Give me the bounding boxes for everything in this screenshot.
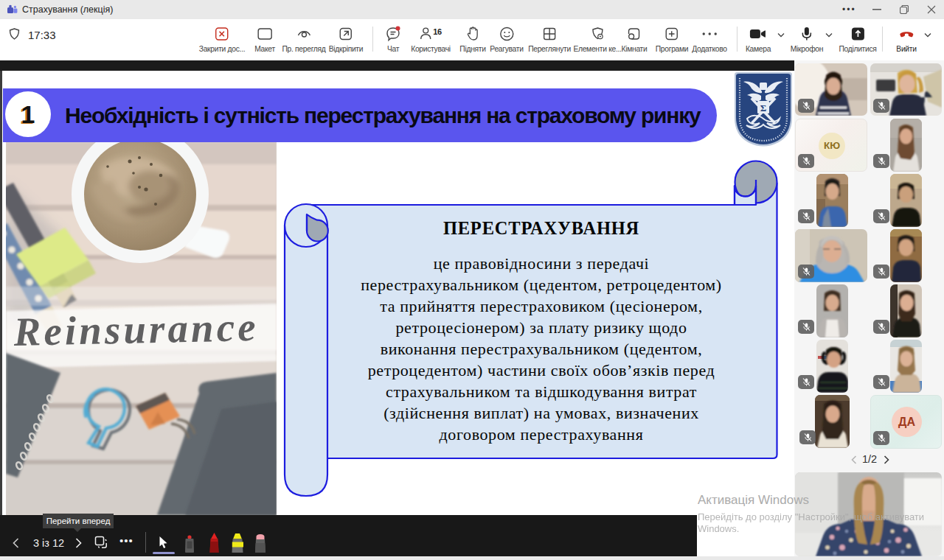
svg-text:договором перестрахування: договором перестрахування — [440, 425, 644, 444]
svg-text:страхувальником та відшкодуван: страхувальником та відшкодування витрат — [386, 382, 697, 401]
svg-text:це правовідносини з передачі: це правовідносини з передачі — [434, 254, 650, 273]
svg-text:ретроцедентом) частини своїх о: ретроцедентом) частини своїх обов’язків … — [368, 361, 715, 379]
svg-text:Σ: Σ — [760, 102, 767, 113]
svg-text:виконання перестрахувальником: виконання перестрахувальником (цедентом, — [381, 340, 703, 358]
svg-text:перестрахувальником (цедентом,: перестрахувальником (цедентом, ретроцеде… — [361, 276, 722, 294]
svg-text:ретроцесіонером) за плату ризи: ретроцесіонером) за плату ризику щодо — [395, 318, 687, 337]
svg-text:та прийняття перестраховиком (: та прийняття перестраховиком (цесіонером… — [380, 297, 703, 315]
svg-text:16: 16 — [433, 27, 442, 36]
svg-text:ПЕРЕСТРАХУВАННЯ: ПЕРЕСТРАХУВАННЯ — [443, 218, 639, 238]
svg-text:(здійснення виплат) на умовах,: (здійснення виплат) на умовах, визначени… — [384, 404, 699, 422]
